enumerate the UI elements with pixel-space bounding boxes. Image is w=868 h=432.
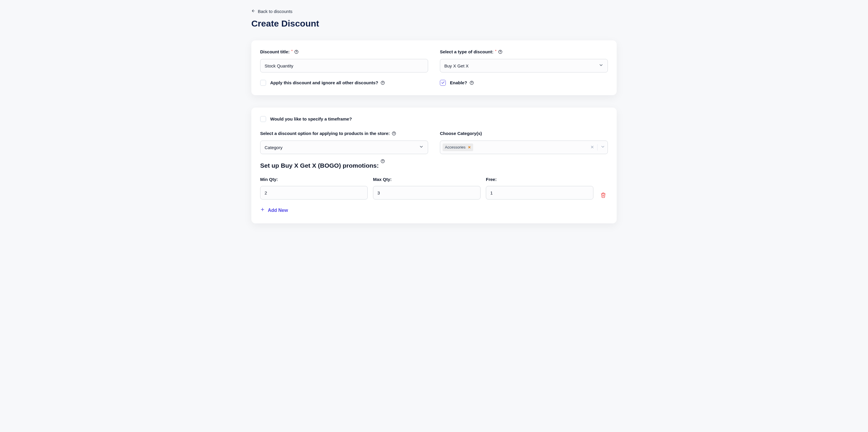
max-qty-label: Max Qty: [373, 176, 480, 182]
free-qty-label: Free: [486, 176, 593, 182]
free-qty-input[interactable]: 1 [486, 186, 593, 199]
plus-icon [260, 207, 265, 214]
clear-all-icon[interactable] [590, 144, 594, 151]
enable-label: Enable? [450, 80, 474, 86]
required-indicator: * [495, 49, 496, 53]
ignore-others-checkbox[interactable] [260, 80, 266, 86]
arrow-left-icon [251, 8, 255, 14]
discount-rules-card: Would you like to specify a timeframe? S… [251, 107, 617, 223]
add-new-label: Add New [268, 207, 288, 214]
required-indicator: * [291, 49, 292, 53]
chevron-down-icon [599, 63, 603, 69]
category-tag-label: Accessories [445, 145, 466, 150]
help-icon[interactable] [381, 159, 385, 163]
ignore-others-label: Apply this discount and ignore all other… [270, 80, 385, 86]
choose-category-label: Choose Category(s) [440, 130, 608, 136]
chevron-down-icon [419, 144, 424, 151]
remove-tag-icon[interactable]: ✕ [468, 145, 471, 150]
chevron-down-icon[interactable] [600, 144, 605, 151]
min-qty-label: Min Qty: [260, 176, 368, 182]
back-link-label: Back to discounts [258, 8, 292, 14]
timeframe-label: Would you like to specify a timeframe? [270, 116, 352, 122]
back-to-discounts-link[interactable]: Back to discounts [251, 8, 292, 14]
help-icon[interactable] [498, 50, 503, 54]
help-icon[interactable] [392, 131, 396, 135]
max-qty-input[interactable]: 3 [373, 186, 480, 199]
page-title: Create Discount [251, 18, 617, 30]
help-icon[interactable] [469, 81, 474, 85]
enable-checkbox[interactable] [440, 80, 446, 86]
bogo-section-heading: Set up Buy X Get X (BOGO) promotions: [260, 161, 608, 170]
category-tag: Accessories ✕ [442, 144, 473, 151]
discount-title-label: Discount title: * [260, 49, 428, 55]
discount-type-select[interactable]: Buy X Get X [440, 59, 608, 72]
min-qty-input[interactable]: 2 [260, 186, 368, 199]
discount-basics-card: Discount title: * Stock Quantity Apply t… [251, 40, 617, 95]
timeframe-checkbox[interactable] [260, 116, 266, 122]
category-multiselect[interactable]: Accessories ✕ [440, 141, 608, 154]
add-new-button[interactable]: Add New [260, 207, 288, 214]
discount-option-label: Select a discount option for applying to… [260, 130, 428, 136]
help-icon[interactable] [294, 50, 299, 54]
discount-title-input[interactable]: Stock Quantity [260, 59, 428, 72]
discount-type-label: Select a type of discount: * [440, 49, 608, 55]
discount-option-select[interactable]: Category [260, 141, 428, 154]
delete-row-button[interactable] [599, 189, 608, 199]
help-icon[interactable] [381, 81, 385, 85]
